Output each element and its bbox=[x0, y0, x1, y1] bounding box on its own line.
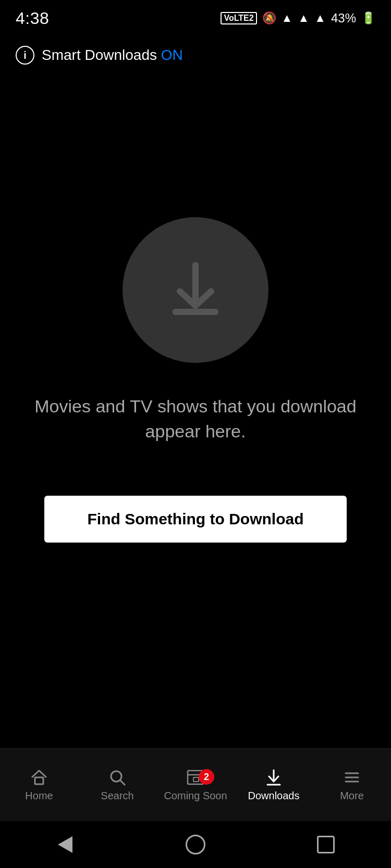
svg-rect-7 bbox=[193, 777, 199, 782]
recents-button[interactable] bbox=[314, 833, 337, 856]
nav-downloads-label: Downloads bbox=[248, 790, 300, 802]
nav-more-label: More bbox=[340, 790, 364, 802]
nav-home-label: Home bbox=[25, 790, 53, 802]
find-something-button[interactable]: Find Something to Download bbox=[44, 496, 347, 543]
svg-rect-2 bbox=[35, 777, 43, 784]
home-button[interactable] bbox=[184, 833, 207, 856]
smart-downloads-text: Smart Downloads bbox=[42, 47, 161, 63]
smart-downloads-bar[interactable]: i Smart Downloads ON bbox=[0, 36, 391, 74]
smart-downloads-status: ON bbox=[161, 47, 183, 63]
status-time: 4:38 bbox=[16, 9, 49, 28]
signal2-icon: ▲ bbox=[314, 11, 326, 25]
status-bar: 4:38 VoLTE2 🔕 ▲ ▲ ▲ 43% 🔋 bbox=[0, 0, 391, 36]
nav-more[interactable]: More bbox=[313, 768, 391, 802]
home-icon bbox=[30, 768, 48, 787]
svg-line-4 bbox=[120, 780, 125, 785]
download-icon-circle bbox=[123, 217, 268, 363]
info-icon: i bbox=[16, 46, 34, 65]
back-button[interactable] bbox=[54, 833, 77, 856]
signal1-icon: ▲ bbox=[298, 11, 309, 25]
more-icon bbox=[343, 768, 361, 787]
back-icon bbox=[58, 836, 72, 853]
nav-home[interactable]: Home bbox=[0, 768, 78, 802]
downloads-icon bbox=[264, 768, 283, 787]
status-icons: VoLTE2 🔕 ▲ ▲ ▲ 43% 🔋 bbox=[221, 11, 375, 26]
battery-percent: 43% bbox=[331, 11, 356, 26]
coming-soon-badge: 2 bbox=[199, 769, 214, 785]
wifi-icon: ▲ bbox=[282, 11, 293, 25]
search-icon bbox=[108, 768, 127, 787]
nav-coming-soon-label: Coming Soon bbox=[164, 790, 227, 802]
nav-downloads[interactable]: Downloads bbox=[235, 768, 313, 802]
main-content: Movies and TV shows that you download ap… bbox=[0, 74, 391, 748]
home-system-icon bbox=[186, 835, 205, 854]
battery-icon: 🔋 bbox=[361, 11, 375, 25]
recents-icon bbox=[317, 836, 335, 853]
nav-search-label: Search bbox=[101, 790, 133, 802]
bottom-nav: Home Search 2 Coming Soon Downloads bbox=[0, 748, 391, 821]
nav-coming-soon[interactable]: 2 Coming Soon bbox=[156, 768, 235, 802]
system-nav bbox=[0, 821, 391, 868]
smart-downloads-label: Smart Downloads ON bbox=[42, 47, 183, 64]
nav-search[interactable]: Search bbox=[78, 768, 156, 802]
empty-state-text: Movies and TV shows that you download ap… bbox=[31, 394, 360, 444]
mute-icon: 🔕 bbox=[262, 11, 276, 25]
volte-icon: VoLTE2 bbox=[221, 12, 256, 24]
download-arrow-icon bbox=[164, 259, 227, 321]
